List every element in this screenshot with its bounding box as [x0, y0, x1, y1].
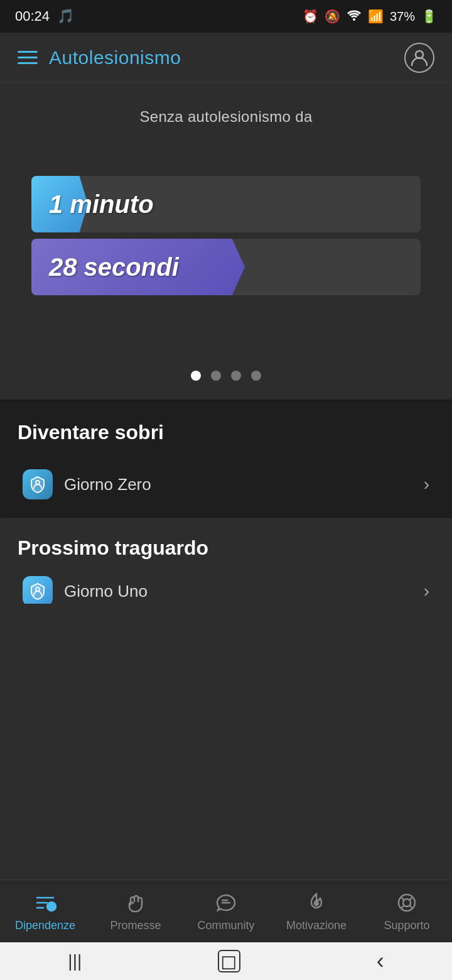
supporto-icon: [394, 890, 419, 915]
giorno-zero-item[interactable]: Giorno Zero ›: [18, 457, 434, 512]
page-dots: [0, 320, 452, 400]
section1-title: Diventare sobri: [18, 421, 434, 444]
android-back-button[interactable]: ‹: [377, 948, 384, 974]
svg-line-15: [402, 905, 404, 908]
giorno-zero-left: Giorno Zero: [23, 469, 151, 499]
nav-item-supporto[interactable]: Supporto: [362, 890, 452, 932]
giorno-uno-chevron: ›: [424, 581, 429, 601]
nav-item-motivazione[interactable]: Motivazione: [271, 890, 362, 932]
top-nav: Autolesionismo: [0, 33, 452, 83]
giorno-zero-chevron: ›: [424, 474, 429, 494]
timer-section: 1 minuto 28 secondi: [0, 138, 452, 320]
svg-point-11: [403, 899, 411, 906]
dot-3[interactable]: [231, 371, 241, 381]
svg-line-13: [409, 905, 412, 908]
nav-label-supporto: Supporto: [384, 919, 429, 932]
bottom-nav: Dipendenze Promesse Community Motivazion…: [0, 879, 452, 942]
hamburger-menu-button[interactable]: [18, 51, 38, 64]
nav-item-dipendenze[interactable]: Dipendenze: [0, 890, 90, 932]
nav-label-dipendenze: Dipendenze: [15, 919, 75, 932]
hamburger-line-3: [18, 62, 38, 64]
nav-label-promesse: Promesse: [110, 919, 161, 932]
timer-seconds-label: 28 secondi: [49, 253, 179, 281]
android-recent-button[interactable]: |||: [68, 951, 82, 971]
timer-seconds-row: 28 secondi: [31, 239, 421, 295]
svg-line-14: [409, 898, 412, 900]
status-bar: 00:24 🎵 ⏰ 🔕 📶 37% 🔋: [0, 0, 452, 33]
nav-label-community: Community: [197, 919, 254, 932]
mute-icon: 🔕: [325, 9, 340, 24]
svg-line-12: [402, 898, 404, 900]
giorno-uno-icon: [23, 576, 53, 604]
giorno-uno-label: Giorno Uno: [64, 582, 148, 601]
milestone-icon: [29, 582, 46, 600]
section2-title: Prossimo traguardo: [18, 536, 434, 560]
nav-item-community[interactable]: Community: [181, 890, 271, 932]
shield-person-icon: [29, 476, 46, 493]
page-title: Autolesionismo: [49, 47, 181, 68]
svg-point-0: [353, 18, 355, 21]
person-icon: [409, 48, 429, 68]
timer-minutes-label: 1 minuto: [49, 190, 154, 219]
battery-icon: 🔋: [421, 9, 437, 24]
hamburger-line-2: [18, 57, 38, 58]
community-icon: [213, 890, 239, 915]
svg-point-10: [399, 895, 415, 911]
prossimo-traguardo-section: Prossimo traguardo Giorno Uno ›: [0, 519, 452, 610]
subtitle-section: Senza autolesionismo da: [0, 83, 452, 138]
hand-icon: [124, 891, 147, 914]
flame-icon: [305, 891, 328, 914]
nav-item-promesse[interactable]: Promesse: [90, 890, 181, 932]
wifi-icon: [347, 9, 362, 24]
giorno-uno-left: Giorno Uno: [23, 576, 148, 604]
status-right: ⏰ 🔕 📶 37% 🔋: [303, 9, 437, 24]
main-content: Senza autolesionismo da 1 minuto 28 seco…: [0, 83, 452, 610]
signal-icon: 📶: [368, 9, 384, 24]
dipendenze-icon: [33, 890, 58, 915]
nav-label-motivazione: Motivazione: [286, 919, 347, 932]
battery-display: 37%: [390, 9, 415, 24]
android-home-button[interactable]: ◻: [218, 950, 240, 972]
hamburger-line-1: [18, 51, 38, 53]
dot-4[interactable]: [251, 371, 261, 381]
android-nav: ||| ◻ ‹: [0, 942, 452, 980]
status-left: 00:24 🎵: [15, 8, 74, 24]
alarm-icon: ⏰: [303, 9, 318, 24]
lifebuoy-icon: [396, 891, 418, 914]
motivazione-icon: [304, 890, 329, 915]
chat-bubble-icon: [215, 891, 237, 914]
avatar-button[interactable]: [404, 43, 434, 73]
dot-1[interactable]: [191, 371, 201, 381]
giorno-uno-item[interactable]: Giorno Uno ›: [18, 572, 434, 604]
giorno-zero-label: Giorno Zero: [64, 475, 151, 494]
time-display: 00:24: [15, 8, 50, 24]
nav-left: Autolesionismo: [18, 47, 181, 68]
timer-minutes-row: 1 minuto: [31, 176, 421, 232]
dot-2[interactable]: [211, 371, 221, 381]
subtitle-text: Senza autolesionismo da: [139, 108, 312, 125]
list-lines-icon: [34, 891, 56, 914]
promesse-icon: [123, 890, 148, 915]
diventare-sobri-section: Diventare sobri Giorno Zero ›: [0, 402, 452, 518]
spotify-icon: 🎵: [57, 8, 74, 24]
giorno-zero-icon: [23, 469, 53, 499]
